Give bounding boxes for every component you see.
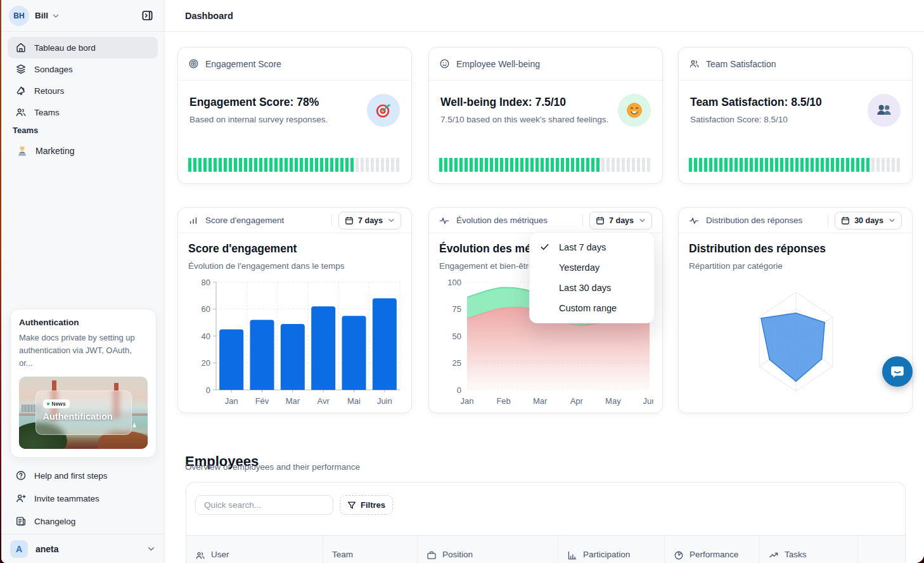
- menu-item-last-7-days[interactable]: Last 7 days: [530, 237, 654, 257]
- page-header: Dashboard: [165, 0, 924, 32]
- svg-text:0: 0: [206, 385, 210, 395]
- home-icon: [15, 42, 27, 53]
- svg-text:25: 25: [452, 358, 461, 368]
- sidebar-item-tableau-de-bord[interactable]: Tableau de bord: [8, 37, 158, 58]
- user-plus-icon: [15, 493, 27, 504]
- svg-text:Mar: Mar: [533, 396, 548, 406]
- sidebar-item-invite[interactable]: Invite teammates: [8, 487, 158, 510]
- menu-item-yesterday[interactable]: Yesterday: [530, 257, 654, 278]
- date-range-menu: Last 7 days Yesterday Last 30 days Custo…: [529, 232, 655, 323]
- svg-text:Jan: Jan: [225, 396, 238, 406]
- table-header-row: User Team Position Participation: [186, 535, 905, 563]
- svg-text:Juin: Juin: [377, 396, 392, 406]
- megaphone-icon: [15, 85, 27, 96]
- date-range-button[interactable]: 7 days: [589, 212, 652, 230]
- chevron-down-icon: [147, 545, 155, 553]
- promo-title: Authentication: [19, 318, 148, 327]
- radar-chart: [689, 275, 903, 410]
- sidebar-item-label: Tableau de bord: [34, 43, 96, 53]
- users-icon: [15, 107, 27, 118]
- svg-text:80: 80: [202, 278, 210, 287]
- divider: [582, 215, 583, 226]
- column-header-tasks[interactable]: Tasks: [759, 536, 857, 563]
- sailboat-shape: [132, 422, 136, 427]
- chevron-down-icon: [388, 217, 395, 224]
- workspace-name[interactable]: Bill: [35, 11, 48, 20]
- column-header-user[interactable]: User: [186, 536, 323, 563]
- divider: [828, 215, 828, 226]
- sidebar-item-label: Retours: [34, 86, 64, 96]
- filters-button[interactable]: Filtres: [340, 495, 393, 515]
- employees-table-card: Filtres User Team Position: [186, 482, 906, 563]
- team-item-label: Marketing: [35, 146, 74, 156]
- promo-card-authentication[interactable]: Authentication Make docs private by sett…: [10, 309, 157, 458]
- smiley-icon: [439, 58, 451, 70]
- sidebar-item-teams[interactable]: Teams: [8, 101, 158, 123]
- column-header-team[interactable]: Team: [323, 536, 417, 563]
- workspace-switcher: BH Bill: [1, 0, 164, 32]
- progress-bar: [689, 158, 902, 172]
- progress-bar: [439, 158, 652, 172]
- sidebar-item-label: Sondages: [34, 65, 73, 74]
- svg-text:60: 60: [202, 304, 210, 314]
- search-input[interactable]: [195, 495, 333, 515]
- stat-card-satisfaction: Team Satisfaction Team Satisfaction: 8.5…: [678, 47, 913, 184]
- sidebar-item-sondages[interactable]: Sondages: [8, 58, 158, 80]
- chat-launcher-button[interactable]: [882, 356, 913, 387]
- stat-card-header: Team Satisfaction: [679, 48, 912, 81]
- sidebar-item-changelog[interactable]: Changelog: [8, 510, 158, 533]
- calendar-icon: [841, 216, 850, 225]
- sidebar-nav: Tableau de bord Sondages Retours Teams: [8, 37, 158, 123]
- chart-card-header: Évolution des métriques 7 days: [429, 208, 662, 233]
- chart-subtitle: Répartition par catégorie: [689, 261, 902, 271]
- users-icon: [195, 550, 205, 560]
- svg-text:100: 100: [447, 278, 461, 287]
- promo-description: Make docs private by setting up authenti…: [19, 332, 148, 370]
- panel-collapse-icon: [141, 10, 153, 22]
- promo-image-caption: Authentification: [43, 411, 124, 422]
- calendar-icon: [596, 216, 605, 225]
- menu-item-custom-range[interactable]: Custom range: [530, 298, 654, 318]
- collapse-sidebar-button[interactable]: [138, 6, 157, 25]
- bar-chart-icon: [188, 215, 200, 226]
- svg-text:Avr: Avr: [318, 396, 330, 406]
- check-icon: [540, 242, 549, 252]
- svg-text:75: 75: [452, 304, 461, 314]
- stat-card-header: Engagement Score: [178, 48, 411, 81]
- account-avatar: A: [10, 540, 28, 558]
- page-title: Dashboard: [185, 11, 233, 21]
- calendar-icon: [345, 216, 354, 225]
- chart-card-header: Distribution des réponses 30 days: [679, 208, 912, 233]
- workspace-avatar[interactable]: BH: [9, 6, 29, 26]
- svg-text:Jun: Jun: [643, 396, 653, 406]
- bar-chart-icon: [567, 550, 577, 560]
- svg-text:Fév: Fév: [255, 396, 269, 406]
- sidebar-footer-nav: Help and first steps Invite teammates Ch…: [8, 464, 158, 533]
- svg-text:Mai: Mai: [347, 396, 361, 406]
- date-range-button[interactable]: 30 days: [835, 212, 902, 230]
- menu-item-last-30-days[interactable]: Last 30 days: [530, 278, 654, 298]
- svg-text:50: 50: [452, 332, 461, 341]
- chevron-down-icon: [889, 217, 895, 224]
- divider: [331, 215, 332, 226]
- svg-text:Feb: Feb: [496, 396, 510, 406]
- chart-card-engagement-score: Score d'engagement 7 days Score d'engage…: [177, 207, 412, 413]
- column-header-performance[interactable]: Performance: [664, 536, 759, 563]
- column-header-position[interactable]: Position: [417, 536, 558, 563]
- help-circle-icon: [15, 470, 27, 481]
- chart-title: Distribution des réponses: [689, 242, 902, 256]
- account-menu[interactable]: A aneta: [1, 534, 164, 563]
- activity-icon: [439, 215, 451, 226]
- column-header-participation[interactable]: Participation: [558, 536, 664, 563]
- date-range-button[interactable]: 7 days: [338, 212, 401, 230]
- sidebar: BH Bill Tableau de bord: [1, 0, 165, 563]
- app-window: BH Bill Tableau de bord: [1, 0, 924, 563]
- chart-card-response-distribution: Distribution des réponses 30 days Distri…: [678, 207, 913, 413]
- account-name: aneta: [35, 544, 59, 554]
- svg-text:0: 0: [457, 385, 461, 395]
- sidebar-item-help[interactable]: Help and first steps: [8, 464, 158, 487]
- sidebar-item-marketing[interactable]: Marketing: [8, 139, 158, 162]
- layers-icon: [15, 63, 27, 75]
- sidebar-item-retours[interactable]: Retours: [8, 80, 158, 101]
- chart-subtitle: Évolution de l'engagement dans le temps: [188, 261, 401, 271]
